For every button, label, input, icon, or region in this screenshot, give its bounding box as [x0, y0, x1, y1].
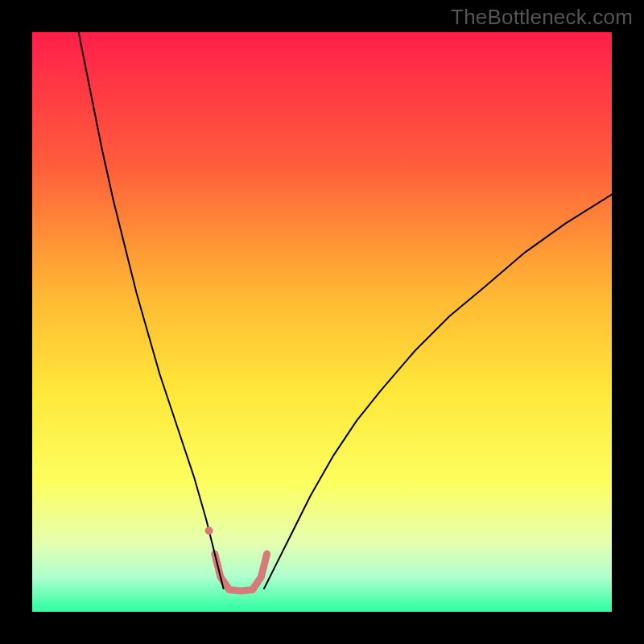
- point-marker-dot: [205, 526, 213, 535]
- chart-canvas: [32, 32, 612, 612]
- branding-watermark: TheBottleneck.com: [451, 5, 633, 30]
- chart-frame: TheBottleneck.com: [0, 0, 644, 644]
- plot-area: [32, 32, 612, 612]
- chart-points-group: [205, 526, 213, 535]
- chart-background-gradient: [32, 32, 612, 612]
